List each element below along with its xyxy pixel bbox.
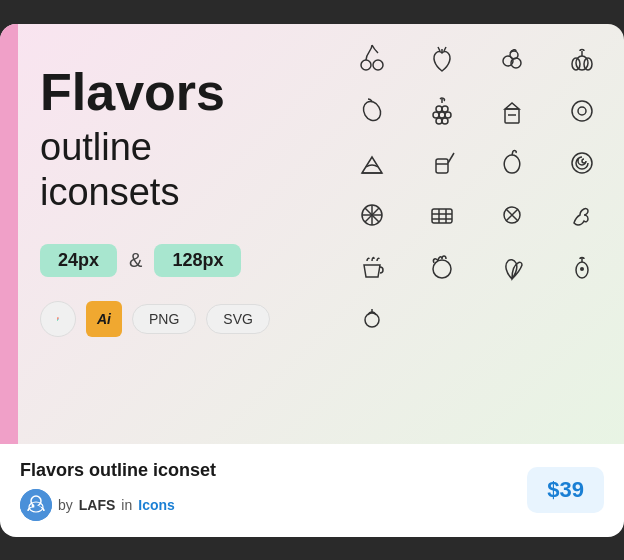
author-avatar: [20, 489, 52, 521]
size-badges: 24px & 128px: [40, 244, 300, 277]
teacup-icon: [338, 242, 406, 292]
svg-point-12: [439, 112, 445, 118]
svg-point-10: [442, 106, 448, 112]
figma-icon: [57, 308, 59, 330]
svg-rect-31: [432, 209, 452, 223]
product-title-area: Flavors outline iconsets: [40, 64, 300, 216]
candy-icon: [478, 190, 546, 240]
svg-rect-23: [436, 159, 448, 173]
svg-point-11: [433, 112, 439, 118]
mintleaf-icon: [478, 242, 546, 292]
grapes-icon: [408, 86, 476, 136]
cherry-icon: [338, 34, 406, 84]
footer-left: Flavors outline iconset by LAFS in: [20, 460, 216, 521]
svg-point-1: [373, 60, 383, 70]
svg-point-15: [442, 118, 448, 124]
author-by-text: by: [58, 497, 73, 513]
card-footer: Flavors outline iconset by LAFS in: [0, 444, 624, 537]
lemonslice-icon: [338, 190, 406, 240]
lemon-icon: [338, 86, 406, 136]
png-format-badge: PNG: [132, 304, 196, 334]
author-name: LAFS: [79, 497, 116, 513]
donut-icon: [548, 86, 616, 136]
title-bold: Flavors: [40, 64, 300, 121]
cake-icon: [338, 138, 406, 188]
coconut-icon: [408, 242, 476, 292]
svg-point-19: [572, 101, 592, 121]
svg-marker-17: [505, 103, 519, 109]
chocolate-icon: [408, 190, 476, 240]
avatar-icon: [20, 489, 52, 521]
left-panel: Flavors outline iconsets 24px & 128px: [0, 24, 330, 444]
svg-point-0: [361, 60, 371, 70]
svg-point-14: [436, 118, 442, 124]
svg-point-37: [433, 260, 451, 278]
size-separator: &: [129, 249, 142, 272]
product-card: Flavors outline iconsets 24px & 128px: [0, 24, 624, 537]
author-category: Icons: [138, 497, 175, 513]
svg-point-13: [445, 112, 451, 118]
svg-format-badge: SVG: [206, 304, 270, 334]
author-line: by LAFS in Icons: [20, 489, 216, 521]
format-badges: Ai PNG SVG: [40, 301, 300, 337]
svg-point-39: [580, 267, 584, 271]
icons-grid: [330, 24, 624, 444]
figma-format-badge: [40, 301, 76, 337]
ginger-icon: [548, 190, 616, 240]
peach-icon: [478, 138, 546, 188]
size-badge-large: 128px: [154, 244, 241, 277]
title-line2: iconsets: [40, 170, 300, 216]
svg-point-44: [32, 504, 35, 507]
strawberry-icon: [408, 34, 476, 84]
svg-point-20: [578, 107, 586, 115]
svg-rect-16: [505, 109, 519, 123]
fig-icon: [548, 242, 616, 292]
svg-point-8: [360, 98, 384, 123]
drink-icon: [408, 138, 476, 188]
svg-point-42: [31, 496, 41, 506]
price-badge[interactable]: $39: [527, 467, 604, 513]
size-badge-small: 24px: [40, 244, 117, 277]
author-in-text: in: [121, 497, 132, 513]
svg-point-40: [365, 313, 379, 327]
berry-icon: [338, 294, 406, 344]
ai-format-badge: Ai: [86, 301, 122, 337]
title-line1: outline: [40, 125, 300, 171]
footer-product-title: Flavors outline iconset: [20, 460, 216, 481]
accent-strip: [0, 24, 18, 444]
blueberry-icon: [478, 34, 546, 84]
milkcarton-icon: [478, 86, 546, 136]
card-preview: Flavors outline iconsets 24px & 128px: [0, 24, 624, 444]
cinnamonroll-icon: [548, 138, 616, 188]
pumpkin-icon: [548, 34, 616, 84]
svg-point-9: [436, 106, 442, 112]
